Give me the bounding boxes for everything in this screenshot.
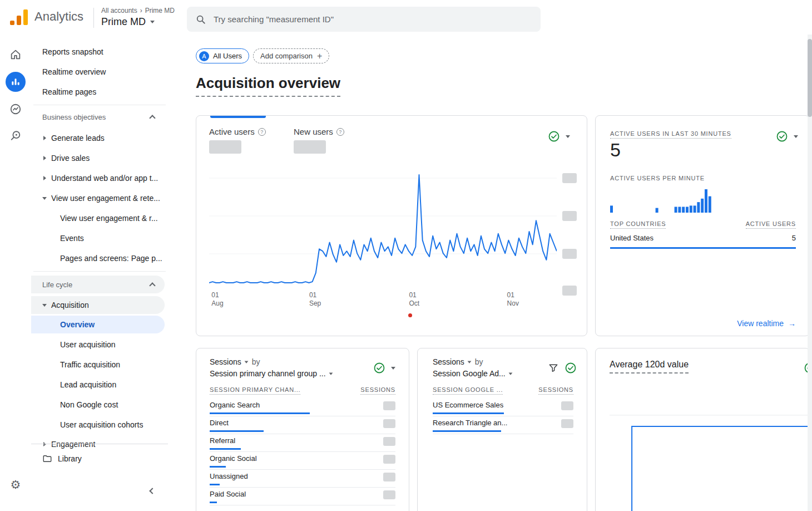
nav-home-button[interactable] — [0, 48, 31, 61]
metric-selector[interactable]: Sessions — [210, 356, 241, 368]
sidebar-item-label: Acquisition — [51, 301, 89, 309]
data-quality-check-icon[interactable] — [565, 362, 577, 374]
column-header: SESSION PRIMARY CHAN... — [210, 386, 300, 395]
help-icon[interactable]: ? — [258, 128, 266, 136]
sidebar-nav-item[interactable]: Drive sales — [31, 148, 168, 168]
chevron-down-icon[interactable] — [794, 135, 798, 138]
add-comparison-chip[interactable]: Add comparison + — [253, 48, 329, 63]
sidebar-nav-item[interactable]: Understand web and/or app t... — [31, 168, 168, 188]
chevron-down-icon[interactable] — [566, 135, 570, 138]
breadcrumb-root[interactable]: All accounts — [101, 7, 137, 14]
google-analytics-logo-icon[interactable] — [10, 8, 29, 26]
expand-arrow-icon[interactable] — [38, 442, 51, 446]
search-input[interactable] — [214, 14, 503, 24]
dimension-value[interactable]: Organic Search — [210, 401, 260, 409]
sidebar-nav-item[interactable]: Events — [31, 228, 168, 248]
nav-explore-button[interactable] — [0, 103, 31, 115]
scrollbar-thumb[interactable] — [808, 39, 812, 117]
view-realtime-link[interactable]: View realtime → — [737, 319, 796, 328]
sidebar-nav-item[interactable]: View user engagement & rete... — [31, 188, 168, 208]
filter-icon[interactable] — [548, 362, 559, 374]
breadcrumb-current[interactable]: Prime MD — [145, 7, 175, 14]
nav-advertising-button[interactable] — [0, 130, 31, 142]
table-row[interactable]: United States 5 — [610, 234, 796, 242]
dimension-selector[interactable]: Session primary channel group ... — [210, 368, 326, 380]
advertising-icon — [9, 130, 22, 142]
sidebar-divider — [33, 105, 166, 105]
selected-nav-circle — [6, 72, 26, 92]
expand-arrow-icon[interactable] — [38, 304, 51, 307]
country-value: 5 — [792, 234, 796, 242]
segment-chip-label: All Users — [213, 52, 242, 60]
expand-arrow-icon[interactable] — [38, 197, 51, 200]
sidebar-nav-item[interactable]: View user engagement & r... — [31, 208, 168, 228]
chevron-up-icon — [149, 282, 155, 288]
x-axis-tick: 01 Nov — [507, 291, 519, 308]
dimension-value[interactable]: Organic Social — [210, 454, 257, 463]
data-quality-check-icon[interactable] — [776, 130, 788, 143]
table-row: Organic Search — [210, 399, 395, 416]
chevron-down-icon[interactable] — [391, 367, 395, 370]
sidebar-report-item[interactable]: Overview — [31, 316, 165, 333]
sidebar-item[interactable]: Realtime overview — [31, 62, 168, 82]
dimension-value[interactable]: US Ecommerce Sales — [433, 401, 503, 409]
collapse-sidebar-icon[interactable] — [149, 488, 155, 494]
dimension-value[interactable]: Direct — [210, 419, 229, 427]
collection-header-business-objectives[interactable]: Business objectives — [31, 108, 165, 126]
property-selector[interactable]: Prime MD — [101, 16, 155, 28]
sidebar-report-item[interactable]: User acquisition — [31, 335, 165, 355]
collection-header-label: Life cycle — [42, 281, 150, 289]
nav-reports-button[interactable] — [0, 72, 31, 92]
metric-label[interactable]: Active users — [209, 127, 255, 136]
nav-admin-button[interactable]: ⚙ — [0, 479, 31, 490]
carousel-dot[interactable] — [408, 313, 412, 317]
redacted-count — [561, 401, 573, 410]
collection-header-life-cycle[interactable]: Life cycle — [31, 276, 165, 293]
table-row: Research Triangle an... — [433, 416, 573, 434]
redacted-count — [561, 419, 573, 428]
redacted-y-axis-label — [562, 173, 577, 183]
sidebar-report-item[interactable]: Non Google cost — [31, 395, 165, 415]
sidebar-item-acquisition[interactable]: Acquisition — [31, 296, 165, 314]
sidebar-item[interactable]: Reports snapshot — [31, 42, 168, 62]
app-title: Analytics — [34, 9, 83, 24]
sessions-by-channel-card: Sessions by Session primary channel grou… — [196, 348, 409, 511]
dimension-selector[interactable]: Session Google Ad... — [433, 368, 506, 380]
sidebar-report-item[interactable]: Lead acquisition — [31, 375, 165, 395]
x-axis: 01 Aug 01 Sep 01 Oct 01 Nov — [209, 291, 557, 310]
sidebar-nav-item[interactable]: Generate leads — [31, 128, 168, 148]
realtime-table-header: TOP COUNTRIES ACTIVE USERS — [610, 220, 796, 229]
all-users-segment-chip[interactable]: A All Users — [196, 48, 249, 63]
data-quality-check-icon[interactable] — [548, 130, 560, 143]
country-bar — [610, 247, 796, 249]
dimension-value[interactable]: Referral — [210, 436, 235, 445]
sidebar-report-item[interactable]: User acquisition cohorts — [31, 415, 165, 435]
redacted-count — [383, 437, 395, 446]
redacted-y-axis-label — [562, 249, 577, 259]
expand-arrow-icon[interactable] — [38, 156, 51, 160]
dimension-value[interactable]: Unassigned — [210, 472, 248, 480]
sidebar-item-label: Understand web and/or app t... — [51, 174, 158, 183]
expand-arrow-icon[interactable] — [38, 176, 51, 180]
redacted-metric-value — [209, 140, 241, 154]
sidebar-item-label: User acquisition — [60, 340, 116, 349]
search-bar[interactable] — [187, 7, 541, 32]
sidebar-report-item[interactable]: Traffic acquisition — [31, 355, 165, 375]
sidebar-item-label: Overview — [60, 320, 95, 329]
dimension-value[interactable]: Paid Social — [210, 490, 246, 498]
sessions-bar — [210, 484, 220, 485]
sidebar-nav-item[interactable]: Pages and screens: Page p... — [31, 248, 168, 268]
expand-arrow-icon[interactable] — [38, 136, 51, 140]
dimension-value[interactable]: Research Triangle an... — [433, 419, 507, 427]
card-title: Average 120d value — [610, 360, 689, 374]
sidebar-item-label: Non Google cost — [60, 400, 118, 409]
sidebar-item[interactable]: Realtime pages — [31, 82, 168, 102]
column-header: SESSIONS — [538, 386, 573, 395]
metric-label[interactable]: New users — [294, 127, 333, 136]
metric-selector[interactable]: Sessions — [433, 356, 464, 368]
breadcrumb: All accounts › Prime MD — [101, 7, 175, 14]
help-icon[interactable]: ? — [336, 128, 344, 136]
sidebar-item-library[interactable]: Library — [31, 449, 165, 469]
data-quality-check-icon[interactable] — [373, 362, 385, 374]
sidebar-bottom-divider — [31, 444, 168, 444]
